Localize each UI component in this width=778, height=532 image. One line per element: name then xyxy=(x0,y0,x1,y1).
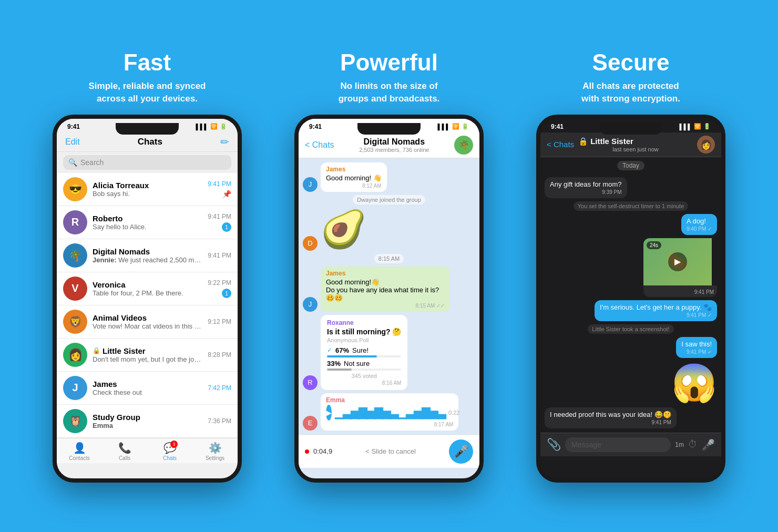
slide-cancel: < Slide to cancel xyxy=(336,447,445,455)
chat-info: Veronica Table for four, 2 PM. Be there. xyxy=(93,280,202,297)
edit-button[interactable]: Edit xyxy=(65,137,80,147)
tab-chats[interactable]: 💬 Chats 3 xyxy=(147,442,192,461)
chat-msg: Say hello to Alice. xyxy=(93,223,202,231)
tab-label: Chats xyxy=(163,455,177,461)
battery-icon-3: 🔋 xyxy=(703,123,711,130)
message-input-3[interactable]: Message xyxy=(565,437,671,452)
status-icons-1: ▌▌▌ 🛜 🔋 xyxy=(196,123,227,130)
chat-msg: Vote now! Moar cat videos in this channe… xyxy=(93,322,202,330)
msg-time-3: 9:41 PM ✓ xyxy=(600,312,712,318)
chat-meta: 9:41 PM 📌 xyxy=(208,180,231,198)
phone-3: 9:41 ▌▌▌ 🛜 🔋 < Chats 🔒 Little Sister xyxy=(536,115,725,483)
status-icons-3: ▌▌▌ 🛜 🔋 xyxy=(680,123,711,130)
chat-name: 🔒 Little Sister xyxy=(93,346,202,355)
chat-msg: Table for four, 2 PM. Be there. xyxy=(93,289,202,297)
battery-icon-2: 🔋 xyxy=(462,123,469,130)
back-button-3[interactable]: < Chats xyxy=(547,140,574,149)
mic-icon-3[interactable]: 🎤 xyxy=(702,438,715,451)
sticker-3: 😱 xyxy=(671,361,717,404)
messages-area-2: J James Good morning! 👋 8:12 AM Dwayne j… xyxy=(299,158,479,435)
poll-voted: 345 voted xyxy=(327,373,401,379)
tab-contacts[interactable]: 👤 Contacts xyxy=(57,442,102,461)
timer-icon-3[interactable]: ⏱ xyxy=(688,439,698,450)
message-incoming-3: I needed proof this was your idea! 😂🤫 9:… xyxy=(545,407,677,428)
chats-header: Edit Chats ✏ xyxy=(57,132,238,152)
chat-msg: Don't tell mom yet, but I got the job! I… xyxy=(93,355,202,363)
sticker-row: D 🥑 xyxy=(303,208,475,251)
avatar: 🦉 xyxy=(63,409,87,433)
msg-sender: James xyxy=(326,166,382,173)
phone-2: 9:41 ▌▌▌ 🛜 🔋 < Chats Digital Nomads 2,50… xyxy=(294,115,484,483)
back-button-2[interactable]: < Chats xyxy=(305,140,334,150)
notch-2 xyxy=(357,123,421,135)
group-avatar: 🌴 xyxy=(454,136,473,155)
chat-sub-3: last seen just now xyxy=(578,146,693,152)
chat-name: James xyxy=(93,380,202,388)
sender-avatar: J xyxy=(303,177,318,192)
chat-name: Digital Nomads xyxy=(93,247,202,256)
poll-row: R Roxanne Is it still morning? 🤔 Anonymo… xyxy=(303,315,475,390)
chat-info: 🔒 Little Sister Don't tell mom yet, but … xyxy=(93,346,202,363)
status-bar-2: 9:41 ▌▌▌ 🛜 🔋 xyxy=(299,119,479,132)
tab-calls[interactable]: 📞 Calls xyxy=(102,442,147,461)
msg-time: 8:16 AM xyxy=(327,380,401,386)
tab-badge: 3 xyxy=(170,441,178,448)
panel-secure-title: Secure xyxy=(592,49,670,76)
poll-question: Is it still morning? 🤔 xyxy=(327,328,401,336)
avatar: 🌴 xyxy=(63,243,87,268)
msg-time: 8:15 AM ✓✓ xyxy=(326,303,445,309)
msg-text: Good morning! 👋 xyxy=(326,174,382,182)
chat-item[interactable]: 👩 🔒 Little Sister Don't tell mom yet, bu… xyxy=(57,339,238,372)
calls-icon: 📞 xyxy=(118,442,131,454)
tab-settings[interactable]: ⚙️ Settings xyxy=(192,442,238,461)
chat-meta: 9:12 PM xyxy=(208,318,231,325)
chat-msg: Emma xyxy=(93,422,202,429)
mic-button[interactable]: 🎤 xyxy=(449,439,473,464)
chat-meta: 7:36 PM xyxy=(208,417,231,425)
avatar: 👩 xyxy=(63,343,87,367)
compose-button[interactable]: ✏ xyxy=(220,136,229,148)
chat-meta: 8:28 PM xyxy=(208,351,231,359)
panel-powerful: Powerful No limits on the size ofgroups … xyxy=(273,49,505,483)
message-incoming: James Good morning!👋Do you have any idea… xyxy=(321,267,450,312)
chat-name: Veronica xyxy=(93,280,202,289)
panel-secure-subtitle: All chats are protectedwith strong encry… xyxy=(581,80,680,105)
sticker: 🥑 xyxy=(321,208,366,251)
panel-secure: Secure All chats are protectedwith stron… xyxy=(515,49,746,483)
chat-info: Study Group Emma xyxy=(93,413,202,429)
poll-bar-bg xyxy=(327,369,401,371)
chat-item[interactable]: R Roberto Say hello to Alice. 9:41 PM 1 xyxy=(57,206,238,239)
message-outgoing-3: I saw this! 9:41 PM ✓ xyxy=(676,337,717,358)
chat-name: Roberto xyxy=(93,214,202,223)
signal-icon: ▌▌▌ xyxy=(196,124,208,130)
chat-item[interactable]: 🦁 Animal Videos Vote now! Moar cat video… xyxy=(57,305,238,339)
contacts-icon: 👤 xyxy=(73,442,86,454)
chat-item[interactable]: J James Check these out 7:42 PM xyxy=(57,372,238,405)
system-msg-3: You set the self-destruct timer to 1 min… xyxy=(574,201,689,211)
panel-fast-subtitle: Simple, reliable and syncedacross all yo… xyxy=(89,80,206,105)
play-button[interactable]: ▶ xyxy=(326,405,332,421)
search-bar[interactable]: 🔍 Search xyxy=(63,155,231,170)
avatar: 🦁 xyxy=(63,310,87,334)
header-center: 🔒 Little Sister last seen just now xyxy=(578,137,693,152)
tab-bar: 👤 Contacts 📞 Calls 💬 Chats 3 ⚙️ Set xyxy=(57,438,238,463)
tab-label: Contacts xyxy=(69,455,89,461)
msg-time: 8:12 AM xyxy=(326,183,382,189)
chat-meta: 9:41 PM xyxy=(208,252,231,259)
record-time: 0:04,9 xyxy=(313,447,332,455)
phone-1: 9:41 ▌▌▌ 🛜 🔋 Edit Chats ✏ 🔍 Search xyxy=(53,115,242,483)
sender-avatar: R xyxy=(303,375,318,390)
message-row: J James Good morning!👋Do you have any id… xyxy=(303,267,475,312)
lock-icon: 🔒 xyxy=(578,137,588,146)
avatar: J xyxy=(63,376,87,400)
attach-icon[interactable]: 📎 xyxy=(547,438,561,452)
msg-time-3: 9:41 PM ✓ xyxy=(681,349,712,355)
notch-3 xyxy=(599,123,662,135)
voice-row: E Emma ▶ ▁▃▅▇▅▇▅▃▁▃▅▇▅▃ 0:22 8:17 AM xyxy=(303,393,475,431)
chat-item[interactable]: 😎 Alicia Torreaux Bob says hi. 9:41 PM 📌 xyxy=(57,173,238,206)
chat-item[interactable]: 🦉 Study Group Emma 7:36 PM xyxy=(57,405,238,438)
chat-item[interactable]: V Veronica Table for four, 2 PM. Be ther… xyxy=(57,272,238,305)
chat-item[interactable]: 🌴 Digital Nomads Jennie: We just reached… xyxy=(57,239,238,272)
chat-header-3: < Chats 🔒 Little Sister last seen just n… xyxy=(540,132,721,157)
poll-card: Roxanne Is it still morning? 🤔 Anonymous… xyxy=(321,315,407,390)
